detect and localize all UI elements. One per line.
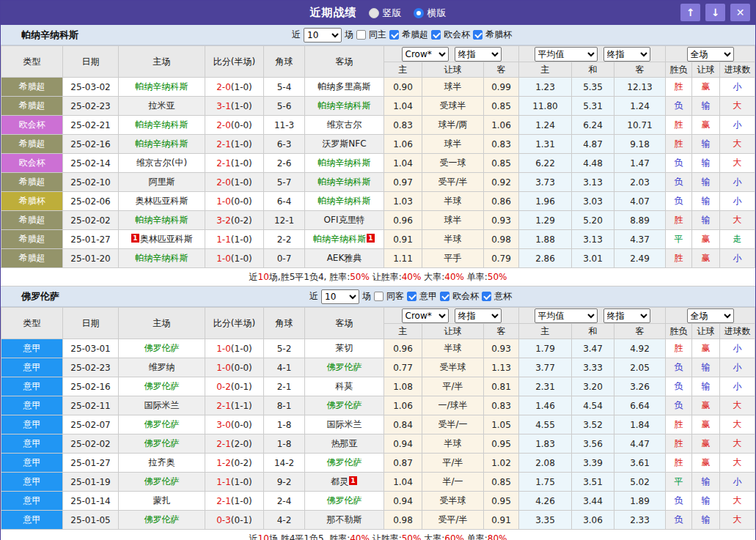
- avg-odds-select[interactable]: 平均值: [535, 47, 598, 62]
- summary-segment: 单率:: [464, 533, 488, 540]
- team-link[interactable]: 佛罗伦萨: [327, 362, 362, 372]
- league-checkbox[interactable]: [440, 292, 449, 301]
- avg-dropdown-group: 平均值 终指: [519, 308, 666, 324]
- league-checkbox[interactable]: [407, 292, 416, 301]
- team-link[interactable]: AEK雅典: [327, 253, 362, 263]
- final-odds-select[interactable]: 终指: [455, 308, 502, 323]
- halftime-score: (1-0): [231, 254, 252, 264]
- team-link[interactable]: 佛罗伦萨: [144, 514, 180, 525]
- odds-home-cell: 1.04: [384, 473, 422, 492]
- result-wdl-cell: 胜: [666, 78, 692, 97]
- avg-home-cell: 1.46: [519, 396, 572, 415]
- odds-away-cell: 0.85: [484, 473, 519, 492]
- team-link[interactable]: 帕纳辛纳科斯: [313, 234, 366, 244]
- team-link[interactable]: 维罗纳: [149, 362, 175, 372]
- fulltime-score: 2-0: [216, 82, 231, 92]
- avg-home-cell: 1.23: [519, 78, 572, 97]
- result-handicap-cell: 输: [692, 211, 720, 230]
- team-link[interactable]: 帕纳辛纳科斯: [136, 253, 188, 263]
- team-link[interactable]: 帕纳辛纳科斯: [318, 177, 371, 187]
- team-link[interactable]: 热那亚: [331, 438, 358, 448]
- home-team-cell: 佛罗伦萨: [119, 339, 205, 358]
- team-link[interactable]: 佛罗伦萨: [327, 495, 362, 506]
- match-row: 希腊超25-01-271奥林匹亚科斯1-1(1-0)2-2帕纳辛纳科斯10.91…: [1, 230, 755, 249]
- league-checkbox[interactable]: [431, 30, 441, 40]
- league-checkbox[interactable]: [389, 30, 399, 40]
- team-link[interactable]: 莱切: [336, 343, 353, 353]
- team-link[interactable]: 帕纳辛纳科斯: [136, 81, 188, 92]
- team-link[interactable]: 帕纳辛纳科斯: [318, 196, 371, 206]
- team-link[interactable]: 帕纳辛纳科斯: [136, 119, 188, 130]
- away-team-cell: 科莫: [305, 377, 384, 396]
- col-corner: 角球: [264, 46, 305, 78]
- league-cell: 希腊超: [1, 78, 63, 97]
- team-link[interactable]: 佛罗伦萨: [327, 457, 362, 467]
- close-button[interactable]: ✕: [730, 4, 750, 21]
- odds-source-select[interactable]: Crow*: [402, 47, 449, 62]
- recent-count-select[interactable]: 10: [304, 28, 342, 42]
- avg-draw-cell: 3.47: [572, 339, 614, 358]
- team-link[interactable]: 帕纳辛纳科斯: [318, 158, 371, 168]
- team-link[interactable]: 阿里斯: [149, 177, 175, 187]
- score-cell: 3-2(0-2): [205, 211, 264, 230]
- team-link[interactable]: 帕纳辛纳科斯: [136, 215, 188, 225]
- league-cell: 意甲: [1, 377, 63, 396]
- col-avg-draw: 和: [572, 324, 614, 339]
- halftime-score: (1-0): [231, 496, 252, 506]
- layout-radio-vertical[interactable]: 竖版: [369, 7, 402, 20]
- team-link[interactable]: 奥林匹亚科斯: [140, 234, 193, 244]
- team-link[interactable]: 维京古尔(中): [136, 158, 187, 168]
- same-venue-checkbox[interactable]: [356, 30, 366, 40]
- full-match-select[interactable]: 全场: [687, 47, 734, 62]
- final-odds-select[interactable]: 终指: [603, 308, 650, 323]
- league-checkbox[interactable]: [473, 30, 482, 40]
- league-cell: 希腊超: [1, 249, 63, 268]
- team-link[interactable]: 佛罗伦萨: [144, 343, 180, 353]
- team-link[interactable]: OFI克里特: [324, 215, 365, 225]
- result-wdl-cell: 负: [666, 511, 692, 530]
- scroll-up-button[interactable]: ↑: [680, 4, 700, 21]
- team-link[interactable]: 帕纳辛纳科斯: [136, 138, 188, 149]
- result-handicap-cell: 输: [692, 192, 720, 211]
- match-row: 意甲25-02-23维罗纳1-0(0-0)4-1佛罗伦萨0.77受半球1.133…: [1, 358, 755, 377]
- summary-segment: 50%: [488, 272, 507, 282]
- team-link[interactable]: 维京古尔: [327, 119, 362, 130]
- team-link[interactable]: 拉齐奥: [149, 457, 175, 467]
- fulltime-score: 2-0: [216, 177, 231, 188]
- result-handicap-cell: 输: [692, 97, 720, 116]
- team-link[interactable]: 科莫: [336, 381, 353, 391]
- team-link[interactable]: 佛罗伦萨: [327, 400, 362, 410]
- team-link[interactable]: 都灵: [331, 476, 348, 487]
- fulltime-score: 3-0: [216, 420, 231, 430]
- team-link[interactable]: 拉米亚: [149, 100, 175, 111]
- final-odds-select[interactable]: 终指: [455, 47, 502, 62]
- layout-radio-horizontal[interactable]: 横版: [414, 7, 447, 20]
- team-link[interactable]: 帕纳多里高斯: [318, 81, 371, 92]
- team-link[interactable]: 国际米兰: [144, 400, 180, 410]
- matches-table: 类型 日期 主场 比分(半场) 角球 客场 Crow* 终指 平均值 终指: [1, 45, 755, 268]
- odds-source-select[interactable]: Crow*: [402, 308, 449, 323]
- team-link[interactable]: 沃罗斯NFC: [322, 138, 366, 149]
- final-odds-select[interactable]: 终指: [603, 47, 650, 62]
- recent-count-select[interactable]: 10: [321, 289, 359, 304]
- same-venue-checkbox[interactable]: [374, 292, 383, 301]
- result-handicap-cell: 赢: [692, 249, 720, 268]
- odds-away-cell: 0.86: [484, 192, 519, 211]
- team-link[interactable]: 奥林匹亚科斯: [136, 196, 188, 206]
- scroll-down-button[interactable]: ↓: [705, 4, 725, 21]
- team-link[interactable]: 佛罗伦萨: [144, 381, 180, 391]
- team-name: 帕纳辛纳科斯: [1, 29, 78, 42]
- team-link[interactable]: 那不勒斯: [327, 514, 362, 525]
- team-link[interactable]: 佛罗伦萨: [144, 438, 180, 448]
- summary-segment: 大率:: [421, 271, 444, 284]
- team-link[interactable]: 帕纳辛纳科斯: [318, 100, 371, 111]
- league-checkbox[interactable]: [482, 292, 491, 301]
- summary-segment: 40%: [402, 272, 422, 282]
- avg-odds-select[interactable]: 平均值: [535, 308, 598, 323]
- team-link[interactable]: 国际米兰: [327, 419, 362, 429]
- team-link[interactable]: 蒙扎: [153, 495, 171, 506]
- result-goals-cell: 大: [720, 154, 755, 173]
- full-match-select[interactable]: 全场: [687, 308, 734, 323]
- team-link[interactable]: 佛罗伦萨: [144, 419, 180, 429]
- team-link[interactable]: 佛罗伦萨: [144, 476, 180, 487]
